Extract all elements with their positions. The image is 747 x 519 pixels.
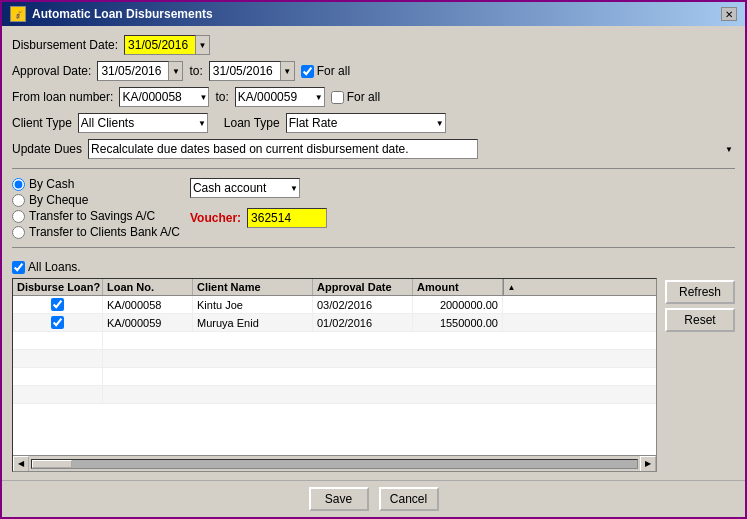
row2-checkbox[interactable] — [51, 316, 64, 329]
disbursement-date-label: Disbursement Date: — [12, 38, 118, 52]
scroll-left-btn[interactable]: ◀ — [13, 456, 29, 472]
for-all-loan-text: For all — [347, 90, 380, 104]
table-scroll-top[interactable]: ▲ — [503, 279, 519, 295]
by-cash-radio[interactable] — [12, 178, 25, 191]
all-loans-checkbox[interactable] — [12, 261, 25, 274]
empty-cell — [13, 332, 103, 349]
row2-check[interactable] — [13, 314, 103, 331]
scroll-thumb[interactable] — [32, 460, 72, 468]
transfer-savings-text: Transfer to Savings A/C — [29, 209, 155, 223]
update-dues-select[interactable]: Recalculate due dates based on current d… — [88, 139, 478, 159]
for-all-loan-checkbox[interactable] — [331, 91, 344, 104]
for-all-approval-checkbox[interactable] — [301, 65, 314, 78]
col-client-name: Client Name — [193, 279, 313, 295]
empty-cell — [13, 386, 103, 403]
from-loan-select[interactable]: KA/000058 — [119, 87, 209, 107]
row2-client-name: Muruya Enid — [193, 314, 313, 331]
col-disburse: Disburse Loan? — [13, 279, 103, 295]
payment-voucher-row: By Cash By Cheque Transfer to Savings A/… — [12, 177, 735, 239]
table-area: Disburse Loan? Loan No. Client Name Appr… — [12, 278, 735, 472]
loan-type-label: Loan Type — [224, 116, 280, 130]
transfer-bank-radio[interactable] — [12, 226, 25, 239]
row1-loan-no: KA/000058 — [103, 296, 193, 313]
from-loan-row: From loan number: KA/000058 to: KA/00005… — [12, 86, 735, 108]
approval-date-to-wrapper: ▼ — [209, 61, 295, 81]
by-cheque-radio[interactable] — [12, 194, 25, 207]
scroll-track[interactable] — [31, 459, 638, 469]
disbursement-date-row: Disbursement Date: ▼ — [12, 34, 735, 56]
client-type-select[interactable]: All Clients — [78, 113, 208, 133]
col-loan-no: Loan No. — [103, 279, 193, 295]
row2-amount: 1550000.00 — [413, 314, 503, 331]
approval-date-to-label: to: — [189, 64, 202, 78]
window-title: Automatic Loan Disbursements — [32, 7, 213, 21]
all-loans-label[interactable]: All Loans. — [12, 260, 81, 274]
row1-check[interactable] — [13, 296, 103, 313]
table-row-empty — [13, 332, 656, 350]
for-all-loan-label[interactable]: For all — [331, 90, 380, 104]
to-loan-select[interactable]: KA/000059 — [235, 87, 325, 107]
update-dues-row: Update Dues Recalculate due dates based … — [12, 138, 735, 160]
approval-date-to-dropdown[interactable]: ▼ — [281, 61, 295, 81]
approval-date-label: Approval Date: — [12, 64, 91, 78]
to-loan-wrapper: KA/000059 — [235, 87, 325, 107]
transfer-savings-radio[interactable] — [12, 210, 25, 223]
row1-checkbox[interactable] — [51, 298, 64, 311]
cash-voucher-area: Cash account Voucher: — [190, 177, 327, 229]
table-row: KA/000059 Muruya Enid 01/02/2016 1550000… — [13, 314, 656, 332]
loan-type-select[interactable]: Flat Rate — [286, 113, 446, 133]
transfer-bank-label[interactable]: Transfer to Clients Bank A/C — [12, 225, 180, 239]
reset-button[interactable]: Reset — [665, 308, 735, 332]
to-label: to: — [215, 90, 228, 104]
table-row-empty — [13, 386, 656, 404]
client-type-wrapper: All Clients — [78, 113, 208, 133]
cash-account-select[interactable]: Cash account — [190, 178, 300, 198]
disbursement-date-dropdown[interactable]: ▼ — [196, 35, 210, 55]
separator-1 — [12, 168, 735, 169]
empty-cell — [13, 368, 103, 385]
row1-approval-date: 03/02/2016 — [313, 296, 413, 313]
approval-date-from-input[interactable] — [97, 61, 169, 81]
row1-amount: 2000000.00 — [413, 296, 503, 313]
scroll-right-btn[interactable]: ▶ — [640, 456, 656, 472]
approval-date-from-dropdown[interactable]: ▼ — [169, 61, 183, 81]
app-icon: 💰 — [10, 6, 26, 22]
close-button[interactable]: ✕ — [721, 7, 737, 21]
client-type-label: Client Type — [12, 116, 72, 130]
by-cash-label[interactable]: By Cash — [12, 177, 180, 191]
left-area: Disburse Loan? Loan No. Client Name Appr… — [12, 278, 657, 472]
disbursement-date-input[interactable] — [124, 35, 196, 55]
update-dues-label: Update Dues — [12, 142, 82, 156]
transfer-savings-label[interactable]: Transfer to Savings A/C — [12, 209, 180, 223]
row2-approval-date: 01/02/2016 — [313, 314, 413, 331]
from-loan-label: From loan number: — [12, 90, 113, 104]
table-row-empty — [13, 368, 656, 386]
cash-account-row: Cash account — [190, 177, 327, 199]
refresh-button[interactable]: Refresh — [665, 280, 735, 304]
for-all-approval-label[interactable]: For all — [301, 64, 350, 78]
separator-2 — [12, 247, 735, 248]
footer: Save Cancel — [2, 480, 745, 517]
approval-date-to-input[interactable] — [209, 61, 281, 81]
form-content: Disbursement Date: ▼ Approval Date: ▼ to… — [2, 26, 745, 480]
by-cheque-label[interactable]: By Cheque — [12, 193, 180, 207]
col-approval-date: Approval Date — [313, 279, 413, 295]
empty-cell — [13, 350, 103, 367]
save-button[interactable]: Save — [309, 487, 369, 511]
table-row: KA/000058 Kintu Joe 03/02/2016 2000000.0… — [13, 296, 656, 314]
voucher-label: Voucher: — [190, 211, 241, 225]
payment-radio-group: By Cash By Cheque Transfer to Savings A/… — [12, 177, 180, 239]
client-loan-type-row: Client Type All Clients Loan Type Flat R… — [12, 112, 735, 134]
disbursement-date-wrapper: ▼ — [124, 35, 210, 55]
title-bar-left: 💰 Automatic Loan Disbursements — [10, 6, 213, 22]
cancel-button[interactable]: Cancel — [379, 487, 439, 511]
col-amount: Amount — [413, 279, 503, 295]
loans-table: Disburse Loan? Loan No. Client Name Appr… — [12, 278, 657, 472]
update-dues-wrapper: Recalculate due dates based on current d… — [88, 139, 735, 159]
table-header: Disburse Loan? Loan No. Client Name Appr… — [13, 279, 656, 296]
for-all-approval-text: For all — [317, 64, 350, 78]
from-loan-wrapper: KA/000058 — [119, 87, 209, 107]
voucher-input[interactable] — [247, 208, 327, 228]
table-row-empty — [13, 350, 656, 368]
approval-date-row: Approval Date: ▼ to: ▼ For all — [12, 60, 735, 82]
